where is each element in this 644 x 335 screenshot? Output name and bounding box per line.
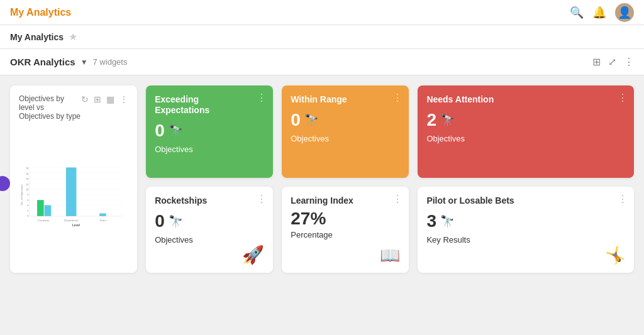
card-subtitle: Objectives [155, 145, 264, 154]
search-icon[interactable]: 🔍 [570, 6, 584, 19]
value-number: 2 [426, 110, 436, 130]
chart-title: Objectives by level vs Objectives by typ… [19, 94, 81, 121]
card-subtitle: Objectives [291, 134, 400, 143]
main-content: ⋮ Exceeding Expectations 0 🔭 Objectives … [0, 75, 644, 335]
card-value: 27% [291, 209, 400, 229]
rocket-icon: 🚀 [242, 244, 264, 265]
department-bar [66, 167, 76, 216]
needs-attention-card: ⋮ Needs Attention 2 🔭 Objectives [418, 85, 634, 178]
svg-text:16: 16 [26, 173, 28, 175]
svg-text:18: 18 [26, 167, 28, 170]
pilot-losable-card: ⋮ Pilot or Losable Bets 3 🔭 Key Results … [418, 187, 634, 273]
company-bar-2 [45, 205, 52, 216]
chart-header: Objectives by level vs Objectives by typ… [19, 94, 128, 121]
team-bar [99, 214, 106, 216]
refresh-icon[interactable]: ↻ [81, 94, 89, 104]
expand-icon[interactable]: ⤢ [608, 56, 616, 68]
grid-view-icon[interactable]: ⊞ [592, 56, 601, 68]
value-number: 0 [291, 110, 301, 130]
dashboard-title: OKR Analytics [10, 57, 75, 67]
bell-icon[interactable]: 🔔 [592, 6, 606, 19]
svg-text:Level: Level [72, 224, 80, 227]
card-title: Pilot or Losable Bets [426, 195, 625, 206]
binoculars-icon: 🔭 [304, 113, 318, 127]
bar-chart: No. of Objectives 0 2 4 6 8 [19, 126, 128, 264]
sub-header-title: My Analytics [10, 32, 64, 42]
chart-card: Objectives by level vs Objectives by typ… [10, 85, 137, 273]
card-menu-icon[interactable]: ⋮ [618, 193, 628, 205]
toolbar-left: OKR Analytics ▼ 7 widgets [10, 57, 127, 67]
svg-text:10: 10 [26, 189, 28, 191]
card-subtitle: Percentage [291, 230, 400, 239]
card-subtitle: Objectives [426, 134, 625, 143]
book-icon: 📖 [380, 246, 400, 265]
svg-text:0: 0 [27, 215, 28, 217]
chart-type-icon[interactable]: ▦ [106, 94, 114, 104]
within-range-card: ⋮ Within Range 0 🔭 Objectives [282, 85, 409, 178]
gymnastics-icon: 🤸 [605, 246, 625, 265]
table-icon[interactable]: ⊞ [94, 94, 101, 104]
card-title: Learning Index [291, 195, 400, 206]
card-menu-icon[interactable]: ⋮ [392, 193, 402, 205]
svg-text:Department: Department [64, 219, 79, 222]
favorite-star-icon[interactable]: ★ [69, 31, 77, 43]
svg-text:14: 14 [26, 178, 29, 180]
toolbar-right: ⊞ ⤢ ⋮ [592, 56, 634, 68]
chart-area: No. of Objectives 0 2 4 6 8 [19, 126, 128, 264]
binoculars-icon: 🔭 [440, 214, 454, 228]
svg-text:Company: Company [37, 219, 49, 222]
more-options-icon[interactable]: ⋮ [624, 56, 634, 68]
learning-index-card: ⋮ Learning Index 27% Percentage 📖 [282, 187, 409, 273]
top-header: My Analytics 🔍 🔔 👤 [0, 0, 644, 25]
dashboard-dropdown-icon[interactable]: ▼ [80, 58, 88, 67]
exceeding-expectations-card: ⋮ Exceeding Expectations 0 🔭 Objectives [146, 85, 273, 178]
svg-text:2: 2 [27, 210, 28, 212]
card-subtitle: Objectives [155, 235, 264, 244]
binoculars-icon: 🔭 [440, 113, 454, 127]
app-title: My Analytics [10, 7, 71, 18]
card-menu-icon[interactable]: ⋮ [618, 92, 628, 104]
value-number: 3 [426, 211, 436, 231]
rocketships-card: ⋮ Rocketships 0 🔭 Objectives 🚀 [146, 187, 273, 273]
card-menu-icon[interactable]: ⋮ [257, 92, 267, 104]
card-title: Exceeding Expectations [155, 94, 264, 116]
card-subtitle: Key Results [426, 235, 625, 244]
card-title: Within Range [291, 94, 400, 105]
company-bar-1 [37, 200, 44, 216]
widget-count: 7 widgets [93, 57, 128, 67]
y-axis-label: No. of Objectives [20, 184, 23, 206]
svg-text:8: 8 [27, 194, 28, 196]
card-menu-icon[interactable]: ⋮ [392, 92, 402, 104]
card-title: Needs Attention [426, 94, 625, 105]
header-icons: 🔍 🔔 👤 [570, 3, 634, 22]
chart-header-icons: ↻ ⊞ ▦ ⋮ [81, 94, 128, 104]
card-value: 3 🔭 [426, 211, 625, 231]
svg-text:12: 12 [26, 184, 28, 186]
card-menu-icon[interactable]: ⋮ [257, 193, 267, 205]
svg-text:4: 4 [27, 204, 29, 207]
card-value: 2 🔭 [426, 110, 625, 130]
avatar[interactable]: 👤 [615, 3, 634, 22]
binoculars-icon: 🔭 [169, 124, 182, 138]
svg-text:6: 6 [27, 199, 28, 202]
value-number: 0 [155, 121, 165, 141]
binoculars-icon: 🔭 [169, 214, 182, 228]
svg-text:Team: Team [99, 219, 106, 222]
card-value: 0 🔭 [155, 211, 264, 231]
card-value: 0 🔭 [155, 121, 264, 141]
card-value: 0 🔭 [291, 110, 400, 130]
chart-more-icon[interactable]: ⋮ [119, 94, 128, 104]
card-title: Rocketships [155, 195, 264, 206]
value-number: 0 [155, 211, 165, 231]
sub-header: My Analytics ★ [0, 25, 644, 49]
toolbar: OKR Analytics ▼ 7 widgets ⊞ ⤢ ⋮ [0, 49, 644, 75]
